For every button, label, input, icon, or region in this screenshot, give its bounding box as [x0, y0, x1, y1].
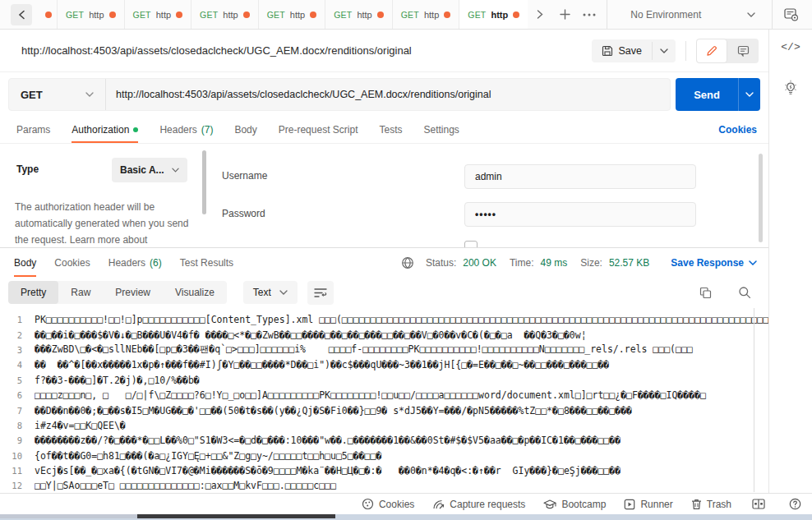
password-label: Password	[222, 208, 265, 219]
response-tab-headers[interactable]: Headers(6)	[108, 248, 162, 277]
comment-icon	[737, 45, 750, 57]
search-response-button[interactable]	[732, 280, 757, 305]
clipped-tab[interactable]	[39, 0, 58, 29]
help-button[interactable]	[786, 495, 804, 513]
new-tab-button[interactable]	[552, 2, 577, 27]
edit-request-button[interactable]	[696, 39, 727, 63]
tab-method: GET	[66, 10, 84, 20]
scrollbar-thumb[interactable]	[202, 150, 206, 214]
code-line: 3���ZwBD\□�<�□sllNEb��[□p□�3��팬�q`□>□□□]…	[0, 343, 768, 357]
url-input[interactable]	[106, 89, 670, 100]
edit-comment-toggle	[696, 39, 759, 63]
tab-label: Pre-request Script	[279, 124, 358, 136]
view-tab-raw[interactable]: Raw	[58, 281, 103, 304]
send-button[interactable]: Send	[676, 78, 738, 111]
password-input[interactable]	[464, 202, 696, 227]
tab-body[interactable]: Body	[234, 117, 256, 143]
scroll-tabs-right-button[interactable]	[528, 2, 552, 27]
tab-label: Tests	[379, 124, 402, 136]
response-header: Body Cookies Headers(6) Test Results Sta…	[0, 248, 768, 277]
scrollbar-track[interactable]	[754, 308, 754, 492]
time-value: 49 ms	[541, 257, 568, 269]
tips-button[interactable]	[778, 75, 803, 99]
request-tab-7-active[interactable]: GEThttp	[459, 0, 528, 29]
tab-params[interactable]: Params	[16, 117, 50, 143]
wrap-lines-button[interactable]	[307, 281, 334, 305]
request-title-row: http://localhost:4503/api/assets/closeda…	[0, 30, 768, 72]
tab-method: GET	[401, 10, 419, 20]
size-label: Size:	[580, 257, 602, 269]
response-tab-test-results[interactable]: Test Results	[180, 248, 233, 277]
response-format-selector[interactable]: Text	[243, 281, 298, 304]
request-tab-4[interactable]: GEThttp	[259, 0, 326, 29]
request-tab-5[interactable]: GEThttp	[325, 0, 393, 29]
window-bottom-edge	[0, 514, 812, 520]
tab-authorization[interactable]: Authorization	[72, 117, 138, 143]
tab-count: (6)	[150, 257, 162, 269]
unsaved-dot-icon	[310, 12, 316, 18]
show-password-checkbox[interactable]	[464, 241, 478, 248]
tab-label: Headers	[108, 257, 145, 269]
request-tab-6[interactable]: GEThttp	[393, 0, 460, 29]
auth-type-value: Basic A...	[120, 164, 164, 176]
save-response-button[interactable]: Save Response	[671, 257, 757, 269]
cookies-footer-button[interactable]: Cookies	[362, 498, 414, 510]
split-pane-button[interactable]	[750, 495, 768, 513]
tab-headers[interactable]: Headers(7)	[159, 117, 213, 143]
line-text: ��□��i�□���$�V�↓�□B���U�V4�f� ����□<*�□�…	[35, 329, 768, 341]
response-tab-body[interactable]: Body	[14, 248, 36, 277]
request-url-field: GET	[8, 78, 671, 111]
size-value: 52.57 KB	[609, 257, 649, 269]
copy-response-button[interactable]	[693, 280, 717, 305]
response-view-tabs: Pretty Raw Preview Visualize	[8, 281, 227, 304]
send-options-button[interactable]	[738, 78, 760, 111]
tab-method: GET	[267, 10, 285, 20]
request-tab-1[interactable]: GEThttp	[58, 0, 125, 29]
tab-title: http	[290, 10, 305, 20]
unsaved-dot-icon	[444, 12, 450, 18]
scrollbar-thumb[interactable]	[759, 154, 763, 242]
footer-item-label: Cookies	[379, 499, 414, 510]
tab-label: Test Results	[180, 257, 233, 269]
chevron-down-icon	[747, 12, 755, 17]
view-tab-visualize[interactable]: Visualize	[163, 281, 227, 304]
cookies-link[interactable]: Cookies	[718, 124, 757, 136]
trash-button[interactable]: Trash	[691, 499, 731, 510]
runner-button[interactable]: Runner	[624, 499, 672, 510]
environment-selector-value: No Environment	[630, 9, 701, 21]
ellipsis-icon	[583, 13, 596, 16]
environment-quick-look-button[interactable]	[779, 2, 804, 27]
tab-method: GET	[334, 10, 352, 20]
username-input[interactable]	[464, 164, 696, 189]
auth-type-selector[interactable]: Basic A...	[112, 158, 187, 182]
tab-pre-request-script[interactable]: Pre-request Script	[279, 117, 358, 143]
tab-settings[interactable]: Settings	[424, 117, 459, 143]
authorization-panel: Type Basic A... The authorization header…	[0, 144, 768, 248]
chevron-down-icon	[660, 48, 668, 53]
capture-requests-button[interactable]: Capture requests	[432, 498, 525, 510]
unsaved-dot-icon	[45, 12, 52, 18]
plus-icon	[560, 9, 570, 20]
save-options-button[interactable]	[652, 42, 676, 60]
response-body[interactable]: 1PK□□□□□□□□□□!□□!□]p□□□□□□□□□□□[Content_…	[0, 308, 768, 492]
tab-tests[interactable]: Tests	[379, 117, 402, 143]
view-tab-preview[interactable]: Preview	[103, 281, 163, 304]
tab-options-button[interactable]	[577, 2, 602, 27]
unsaved-dot-icon	[377, 12, 384, 18]
code-snippet-button[interactable]: </>	[781, 41, 800, 53]
response-meta: Status: 200 OK Time: 49 ms Size: 52.57 K…	[401, 256, 757, 269]
divider	[772, 0, 773, 29]
response-toolbar: Pretty Raw Preview Visualize Text	[0, 277, 768, 308]
request-tab-3[interactable]: GEThttp	[191, 0, 259, 29]
environment-selector[interactable]: No Environment	[612, 0, 767, 29]
comments-button[interactable]	[727, 39, 759, 63]
method-selector[interactable]: GET	[9, 79, 106, 110]
save-button[interactable]: Save	[592, 39, 653, 62]
request-tab-2[interactable]: GEThttp	[125, 0, 192, 29]
response-tab-cookies[interactable]: Cookies	[54, 248, 90, 277]
line-number: 1	[0, 315, 35, 324]
code-line: 1PK□□□□□□□□□□!□□!□]p□□□□□□□□□□□[Content_…	[0, 312, 768, 327]
view-tab-pretty[interactable]: Pretty	[8, 281, 58, 304]
history-back-button[interactable]	[11, 4, 32, 25]
bootcamp-button[interactable]: Bootcamp	[543, 499, 606, 510]
